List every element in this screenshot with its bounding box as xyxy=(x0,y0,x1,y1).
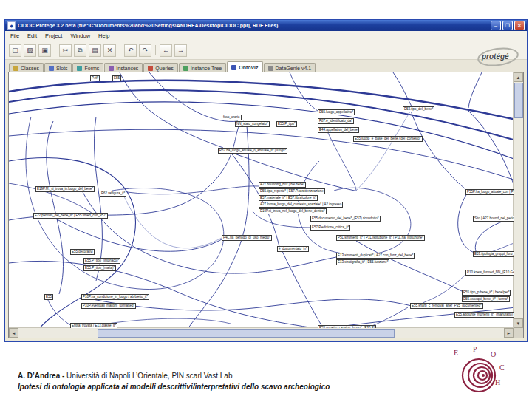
tab-icon xyxy=(77,66,82,71)
graph-node[interactable]: P5L.strumenti_it* | P1L.istituzione_it* … xyxy=(336,235,425,241)
graph-edge xyxy=(411,111,466,189)
graph-edge xyxy=(120,72,223,148)
graph-node[interactable]: E57.materiale_it* | E57.fibra/colore_it* xyxy=(259,195,318,201)
graph-edge xyxy=(47,121,64,294)
tab-label: Classes xyxy=(21,66,39,71)
graph-node[interactable]: E55.documento_del_bene*_(E57).ricondotto… xyxy=(310,216,381,222)
graph-node[interactable]: E55.oggetto_causing_luogo*_(P35.E) xyxy=(318,325,376,328)
window-title: CIDOC Protégé 3.2 beta (file:\C:\Documen… xyxy=(18,23,488,28)
menu-bar: FileEditProjectWindowHelp xyxy=(5,31,527,41)
tab-label: Instance Tree xyxy=(191,66,222,71)
close-button[interactable]: ✕ xyxy=(514,21,525,30)
graph-node[interactable]: A27.bounding_box | bel.bene* xyxy=(259,182,306,188)
tab-label: Forms xyxy=(84,66,99,71)
new-project-icon[interactable]: ▢ xyxy=(9,44,21,57)
back-icon[interactable]: ← xyxy=(160,44,172,57)
graph-node[interactable]: P10P.eventuali_margini_formatted* xyxy=(81,303,136,309)
graph-node[interactable]: E55.luogo_e_base_del_bene / del_contesto… xyxy=(353,136,423,142)
scroll-up-button[interactable]: ▲ xyxy=(514,72,523,82)
protege-logo-text: protégé xyxy=(482,52,509,61)
app-icon: ◆ xyxy=(7,21,16,30)
graph-edge xyxy=(9,90,514,140)
maximize-button[interactable]: ❐ xyxy=(502,21,513,30)
horizontal-scrollbar[interactable]: ◄ ► xyxy=(9,327,514,338)
menu-item-project[interactable]: Project xyxy=(45,33,62,39)
graph-node[interactable]: E55 xyxy=(112,75,121,81)
graph-canvas[interactable]: P.rif*E55fuso_orarioNN_stato_congelato*E… xyxy=(9,72,514,328)
graph-node[interactable]: P.rif* xyxy=(90,75,100,81)
vertical-scroll-thumb[interactable] xyxy=(514,83,523,118)
graph-node[interactable]: E53.tipologia_gruppi_funz_it* xyxy=(473,251,514,257)
save-project-icon[interactable]: ▣ xyxy=(38,44,51,57)
epoch-letter-e: E xyxy=(454,349,458,357)
graph-node[interactable]: E55.luogo_appellativo* xyxy=(318,109,355,115)
redo-icon[interactable]: ↷ xyxy=(139,44,151,57)
scroll-right-button[interactable]: ► xyxy=(504,328,514,338)
graph-node[interactable]: E55.tipo_p.bene_it* | bene/per* xyxy=(462,290,511,296)
graph-node[interactable]: E55 xyxy=(44,294,53,300)
menu-item-edit[interactable]: Edit xyxy=(27,33,37,39)
tab-icon xyxy=(148,66,153,71)
graph-node[interactable]: E55.tipo_reperto* | E57.P.caratterizzazi… xyxy=(259,188,325,194)
toolbar-separator xyxy=(120,45,120,55)
graph-edge xyxy=(290,72,322,114)
epoch-letter-h: H xyxy=(495,378,500,386)
copy-icon[interactable]: ⧉ xyxy=(74,44,86,57)
graph-node[interactable]: E55.P_tipo* xyxy=(276,121,297,127)
graph-node[interactable]: Sito | A27.bound_nel_periodo* xyxy=(473,216,514,222)
graph-node[interactable]: P53.ha_luogo_attuale_o_abituale_it* | lu… xyxy=(218,148,287,154)
graph-node[interactable]: P4L.ha_periodo_di_uso_medio* xyxy=(222,235,272,241)
paste-icon[interactable]: ▤ xyxy=(89,44,101,57)
graph-node[interactable]: E57.P.edizione_critica_it* xyxy=(310,225,350,231)
epoch-letter-o: O xyxy=(491,350,496,358)
graph-node[interactable]: E19P.si_trova_nel_luogo_del_bene_dentro* xyxy=(259,208,327,214)
slide: ◆ CIDOC Protégé 3.2 beta (file:\C:\Docum… xyxy=(0,0,532,399)
graph-edge xyxy=(94,117,102,281)
ontoviz-panel: P.rif*E55fuso_orarioNN_stato_congelato*E… xyxy=(8,72,524,338)
delete-icon[interactable]: ✕ xyxy=(103,44,116,57)
graph-edge xyxy=(9,81,514,120)
graph-node[interactable]: P10.knew_formed_NN_(E10.Gervasi)* xyxy=(466,270,514,276)
horizontal-scroll-thumb[interactable] xyxy=(98,329,395,338)
cut-icon[interactable]: ✂ xyxy=(59,44,72,57)
graph-edge xyxy=(356,109,412,191)
graph-node[interactable]: A27.forma_luogo_del_contesto_spaziale* |… xyxy=(259,202,343,208)
graph-node[interactable]: E55.aggiunte_morfemi_it*_(manufatto) xyxy=(454,312,514,318)
graph-node[interactable]: è_documentato_in* xyxy=(277,246,309,252)
toolbar-separator xyxy=(155,45,156,55)
graph-node[interactable]: Entità_trovata / E13.classe_it* xyxy=(70,323,117,328)
graph-node[interactable]: E55.ossequi_bene_it* | forma* xyxy=(462,296,510,302)
menu-item-window[interactable]: Window xyxy=(70,33,90,39)
graph-edge xyxy=(423,273,467,303)
graph-node[interactable]: P87.è_identificato_da* xyxy=(318,118,354,124)
scroll-down-button[interactable]: ▼ xyxy=(514,318,523,328)
graph-node[interactable]: E19P.M._si_trova_in:luogo_del_bene* xyxy=(35,186,95,192)
minimize-button[interactable]: – xyxy=(491,21,501,30)
epoch-letter-c: C xyxy=(499,364,505,372)
scroll-left-button[interactable]: ◄ xyxy=(9,328,18,338)
author-affiliation: Università di Napoli L’Orientale, PIN sc… xyxy=(64,372,232,380)
graph-node[interactable]: P62.raffigura_it* xyxy=(100,191,126,197)
graph-node[interactable]: E13.strumenti_duplicati* | A27.con_funz_… xyxy=(336,253,415,259)
open-project-icon[interactable]: ▨ xyxy=(24,44,36,57)
graph-node[interactable]: E53.tipo_del_bene* xyxy=(403,106,434,112)
graph-node[interactable]: E55.sharp_c_removal_after_P35_documented… xyxy=(410,303,483,309)
protege-logo: protégé xyxy=(477,43,519,74)
graph-node[interactable]: E13.stratigrafia_it* | E55.funzione* xyxy=(336,259,389,265)
graph-edge xyxy=(9,129,514,180)
graph-node[interactable]: E44.appellativo_del_bene xyxy=(318,127,359,133)
undo-icon[interactable]: ↶ xyxy=(124,44,137,57)
menu-item-file[interactable]: File xyxy=(10,33,19,39)
graph-node[interactable]: fuso_orario xyxy=(222,115,242,120)
graph-node[interactable]: E22.periodo_del_bene_it* | E55.timed_con… xyxy=(33,213,108,219)
graph-node[interactable]: E55.P_tipo_(malta)* xyxy=(83,265,116,271)
graph-node[interactable]: P10P.ha_condizione_in_luogo / ab-bietto_… xyxy=(81,294,149,300)
graph-node[interactable]: E55.decorativi xyxy=(70,249,95,255)
menu-item-help[interactable]: Help xyxy=(98,33,109,39)
vertical-scrollbar[interactable]: ▲ ▼ xyxy=(513,72,523,328)
graph-node[interactable]: E55.P_tipo_(intonaco)* xyxy=(83,258,120,264)
graph-node[interactable]: NN_stato_congelato* xyxy=(235,121,270,127)
graph-node[interactable]: P55P.ha_luogo_attuale_con | P55P.us_Bene… xyxy=(466,189,514,195)
forward-icon[interactable]: → xyxy=(174,44,187,57)
title-bar[interactable]: ◆ CIDOC Protégé 3.2 beta (file:\C:\Docum… xyxy=(5,20,527,31)
